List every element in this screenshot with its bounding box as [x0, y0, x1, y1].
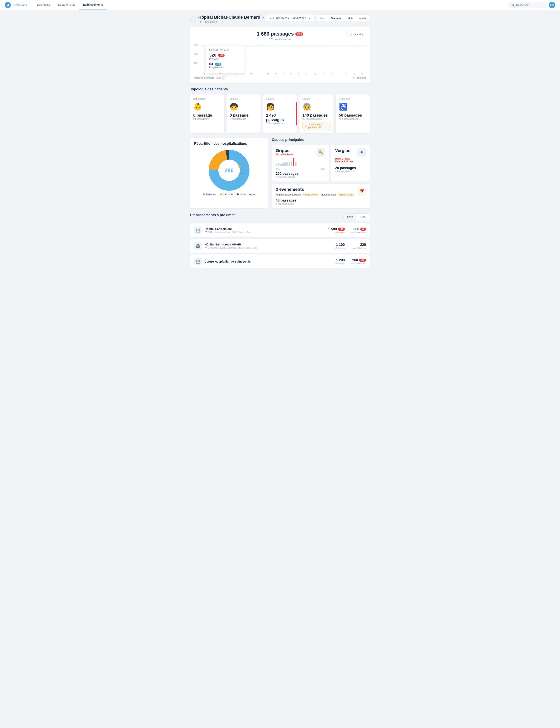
- nearby-hosp-label: Hospitalisations: [351, 247, 366, 249]
- location-icon: 📍: [205, 231, 207, 234]
- nearby-item-0[interactable]: 🏥 Hôpital Lariboisiere 📍 2 Rue Ambroise …: [190, 223, 370, 237]
- hospital-sub: 75 - Paris 18ème: [198, 20, 265, 23]
- legend-medecine: Médecine: [203, 193, 216, 196]
- chart-sub: 370 hospitalisations: [251, 38, 309, 41]
- info-icon[interactable]: i: [222, 76, 225, 80]
- cause-passages: 20 passages: [335, 166, 366, 170]
- cause-card-top: Grippe Pic de l'épisode 🦠: [276, 148, 325, 157]
- cause-card-grippe: Grippe Pic de l'épisode 🦠: [272, 145, 329, 182]
- nearby-icon: 🏥: [194, 258, 202, 265]
- patient-passages: 1 490 passages: [266, 113, 294, 122]
- nearby-addr: 📍 2 Rue Ambroise Paré, 75010 Paris • 3km: [205, 231, 328, 234]
- period-annee[interactable]: Année: [356, 15, 370, 21]
- pie-center-soins: 10: [241, 173, 244, 176]
- cause-hosp: 80 hospitalisations: [276, 176, 325, 178]
- nearby-stats: 1 280 Passages 260 +10 Hospitalisations: [335, 258, 366, 265]
- confidence-row: Indice de confiance : 75% i 🕐 Historique: [194, 76, 366, 80]
- nearby-hosp-label: Hospitalisations: [351, 262, 366, 265]
- enfant-icon: 🧒: [230, 103, 257, 111]
- patient-card-grand-age: Grand âge ♿ 50 passages 45 hospitalisati…: [336, 94, 370, 133]
- search-input[interactable]: [516, 3, 543, 6]
- hospital-star: ★: [262, 15, 265, 19]
- nearby-hosp-val: 300 +3: [351, 227, 366, 231]
- cause-card-top: 2 événements Manifestation publique Same…: [276, 187, 366, 196]
- chart-summary: 1 680 passages +150 370 hospitalisations: [251, 31, 309, 41]
- nav-avatar[interactable]: LD: [549, 2, 555, 8]
- tooltip-passages-val: 320 +84: [209, 53, 241, 58]
- tooltip-passages-badge: +84: [218, 54, 225, 57]
- nav-logo-icon: ◕: [5, 2, 11, 8]
- nav-link-dashboard[interactable]: Dashboard: [33, 0, 54, 10]
- list-button[interactable]: Liste: [344, 214, 356, 220]
- tooltip-date: Lundi 26 nov. 2019: [209, 48, 241, 51]
- tooltip-hosp-val: 64 +16: [209, 62, 241, 66]
- mini-chart-grippe: [276, 158, 325, 166]
- cause-name: Verglas: [335, 148, 350, 153]
- hospital-header: ← Hôpital Bichat-Claude Bernard ★ 75 - P…: [190, 15, 370, 23]
- nav-link-etablissements[interactable]: Établissements: [79, 0, 107, 10]
- date-prev-btn[interactable]: ◄: [269, 17, 272, 20]
- carte-button[interactable]: Carte: [356, 214, 370, 220]
- pie-center-medecine: 280: [225, 167, 234, 173]
- hosp-chart-block: Répartition des hospitalisations 280 80 …: [190, 138, 268, 208]
- clock-icon: 🕐: [352, 77, 355, 79]
- nearby-hosp: 220 Hospitalisations: [351, 243, 366, 249]
- patient-passages: 140 passages: [303, 113, 330, 118]
- grandage-icon: ♿: [339, 103, 367, 111]
- cause-hosp: 10 hospitalisations: [335, 170, 366, 173]
- patient-type-label: Grand âge: [339, 98, 367, 100]
- nav-right: 🔍 LD: [508, 2, 555, 8]
- period-jour[interactable]: Jour: [317, 15, 328, 21]
- nav-search[interactable]: 🔍: [508, 2, 546, 8]
- hosp-badge: +3: [360, 228, 366, 231]
- nav-links: Dashboard Départements Établissements: [33, 0, 508, 10]
- patient-passages: 0 passage: [193, 113, 221, 118]
- patient-type-label: Seniors: [303, 98, 330, 100]
- chart-tooltip: Lundi 26 nov. 2019 320 +84 Passages 64 +…: [206, 46, 245, 73]
- event-label-0: Manifestation publique Samedi 30 nov.: [276, 193, 319, 196]
- legend-dot-medecine: [203, 193, 205, 195]
- cause-verglas-dates: Mardi 27 nov. Mercredi 28 nov.: [335, 157, 366, 163]
- nearby-passages-label: Passages: [328, 231, 345, 234]
- cause-top-row: Grippe Pic de l'épisode 🦠: [272, 145, 370, 182]
- hosp-badge: +10: [359, 259, 366, 262]
- legend-dot-soins: [237, 193, 239, 195]
- nearby-stats: 1 100 Passages 220 Hospitalisations: [335, 243, 366, 249]
- patient-card-enfants: Enfants 🧒 0 passage 0 hospitalisation: [227, 94, 261, 133]
- hospital-title-block: ← Hôpital Bichat-Claude Bernard ★ 75 - P…: [190, 15, 265, 23]
- nav-link-departements[interactable]: Départements: [54, 0, 79, 10]
- historique-button[interactable]: 🕐 Historique: [352, 77, 366, 79]
- nearby-passages-val: 1 100: [335, 243, 345, 247]
- patient-types-grid: Nourrissons 👶 0 passage 0 hospitalisatio…: [190, 94, 370, 133]
- patient-card-seniors: Seniors 🧓 140 passages 90 hospitalisatio…: [299, 94, 333, 133]
- period-semaine[interactable]: Semaine: [328, 15, 344, 21]
- patient-type-label: Nourrissons: [193, 98, 221, 100]
- warning-icon: ⚠: [305, 125, 307, 127]
- tooltip-passages-label: Passages: [209, 58, 241, 60]
- pie-container: 280 80 10 Médecine Chirurgie Soi: [194, 149, 264, 196]
- period-mois[interactable]: Mois: [345, 15, 356, 21]
- back-button[interactable]: ←: [190, 16, 196, 22]
- event-label-1: Match football Samedi 30 nov.: [321, 193, 355, 196]
- export-icon: 📄: [349, 33, 352, 36]
- date-nav[interactable]: ◄ Lundi 25 nov. - Lundi 2 déc. ►: [266, 15, 314, 21]
- navbar: ◕ Prédictions Dashboard Départements Éta…: [0, 0, 560, 10]
- hosp-section-title: Répartition des hospitalisations: [194, 142, 264, 146]
- nav-logo[interactable]: ◕ Prédictions: [5, 2, 27, 8]
- event-tag-0: Samedi 30 nov.: [302, 193, 320, 196]
- patient-hosp: 0 hospitalisation: [230, 118, 257, 120]
- cause-hosp: 5 hospitalisations: [276, 203, 366, 205]
- cause-sub: Pic de l'épisode: [276, 153, 293, 156]
- export-button[interactable]: 📄 Exporter: [346, 31, 366, 37]
- chart-total: 1 680 passages +150: [257, 31, 303, 37]
- chart-section: 1 680 passages +150 370 hospitalisations…: [190, 27, 370, 83]
- nearby-item-1[interactable]: 🏥 Hôpital Saint-Louis AP-HP 📍 1 Avenue C…: [190, 239, 370, 253]
- hospital-controls: ◄ Lundi 25 nov. - Lundi 2 déc. ► Jour Se…: [266, 15, 370, 21]
- hospital-info: Hôpital Bichat-Claude Bernard ★ 75 - Par…: [198, 15, 265, 23]
- nearby-passages-label: Passages: [335, 247, 345, 249]
- nearby-header: Établissements à proximité Liste Carte: [190, 213, 370, 220]
- patient-passages: 50 passages: [339, 113, 367, 118]
- nearby-passages-val: 1 280: [335, 258, 345, 262]
- nearby-item-2[interactable]: 🏥 Centre Hospitalier de Saint-Denis 1 28…: [190, 255, 370, 269]
- date-next-btn[interactable]: ►: [308, 17, 311, 20]
